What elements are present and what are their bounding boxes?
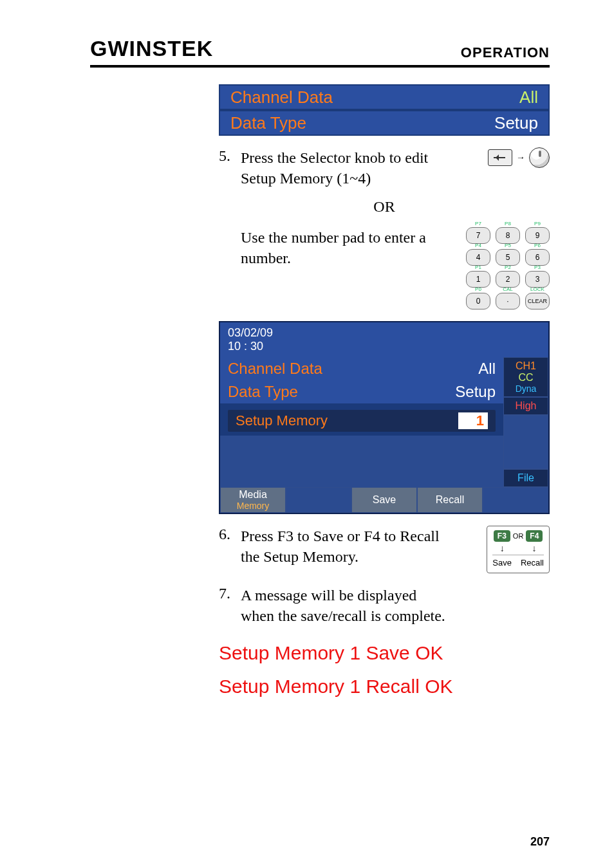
soft-empty [286,487,351,513]
key-2: P22 [496,271,520,288]
step-5b-text: Use the number pad to enter a number. [241,227,447,269]
key-3: P33 [525,271,550,288]
step-7-number: 7. [219,585,241,602]
key-4: P44 [466,249,490,266]
step-7-text: A message will be displayed when the sav… [241,585,447,627]
bar-type-label: Data Type [230,113,306,133]
key-8: P88 [496,227,520,244]
step-5-text: Press the Selector knob to edit Setup Me… [241,147,447,189]
lcd-setup-value: 1 [458,412,488,429]
fkey-recall-label: Recall [521,558,544,568]
soft-save: Save [351,487,417,513]
soft-media-memory: Media Memory [220,487,286,513]
bar-type-value: Setup [494,113,538,133]
brand-logo: GWINSTEK [90,36,213,61]
lcd-setup-label: Setup Memory [236,412,328,429]
top-display-bars: Channel Data All Data Type Setup [219,84,550,136]
fkey-or: OR [513,532,524,540]
soft-empty-2 [483,487,548,513]
lcd-channel-value: All [478,360,496,378]
device-screen: 03/02/09 10 : 30 Channel Data All Data T… [219,321,550,514]
lcd-time: 10 : 30 [228,340,263,353]
key-5: P55 [496,249,520,266]
lcd-setup-memory-row: Setup Memory 1 [228,410,496,432]
bar-data-type: Data Type Setup [219,110,550,136]
soft-key-row: Media Memory Save Recall [220,487,548,513]
selector-knob-graphic: → [488,147,550,168]
lcd-type-value: Setup [455,383,496,401]
f3-key-icon: F3 [494,530,510,542]
side-high: High [503,397,548,415]
step-6-text: Press F3 to Save or F4 to Recall the Set… [241,526,447,568]
or-separator: OR [219,198,550,216]
arrow-down-icon: ↓ [532,543,537,553]
page-number: 207 [530,835,550,849]
lcd-date: 03/02/09 [228,326,273,339]
rotary-knob-icon [529,147,550,168]
key-dot: CAL· [496,293,520,309]
lcd-row-channel: Channel Data All [220,357,503,380]
lcd-channel-label: Channel Data [228,360,322,378]
f4-key-icon: F4 [526,530,543,542]
key-6: P66 [525,249,550,266]
key-7: P77 [466,227,490,244]
key-clear: LOCKCLEAR [525,293,550,309]
key-0: P00 [466,293,490,309]
soft-recall: Recall [417,487,483,513]
step-5-number: 5. [219,147,241,165]
arrow-down-icon: ↓ [500,543,505,553]
key-9: P99 [525,227,550,244]
side-file: File [503,469,548,487]
bar-channel-label: Channel Data [230,88,333,107]
side-ch1: CH1 CC Dyna [503,357,548,397]
lcd-type-label: Data Type [228,383,298,401]
bar-channel-value: All [519,88,538,107]
message-save-ok: Setup Memory 1 Save OK [219,642,550,664]
lcd-row-type: Data Type Setup [220,380,503,403]
selector-icon [488,149,512,166]
fkey-save-label: Save [492,558,512,568]
fkey-diagram: F3 OR F4 ↓ ↓ Save Recall [487,526,550,573]
number-pad-graphic: P77 P88 P99 P44 P55 P66 P11 P22 P33 P00 … [466,227,550,309]
step-6-number: 6. [219,526,241,543]
section-title: OPERATION [461,44,550,61]
message-recall-ok: Setup Memory 1 Recall OK [219,676,550,697]
bar-channel-data: Channel Data All [219,84,550,110]
key-1: P11 [466,271,490,288]
arrow-right-icon: → [516,152,525,163]
